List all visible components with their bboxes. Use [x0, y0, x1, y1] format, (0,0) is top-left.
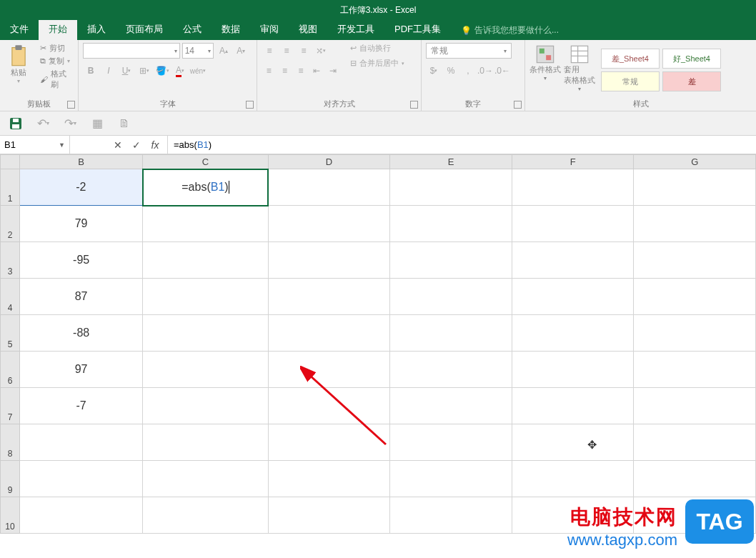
wrap-text-button[interactable]: ↩自动换行: [350, 43, 404, 54]
font-size-combo[interactable]: 14▾: [182, 43, 214, 59]
cut-button[interactable]: ✂剪切: [40, 43, 74, 54]
save-button[interactable]: [7, 115, 24, 132]
qat-button-2[interactable]: 🗎: [116, 115, 133, 132]
cell-B6[interactable]: 97: [20, 352, 143, 388]
align-middle-button[interactable]: ≡: [279, 43, 294, 59]
tell-me-search[interactable]: 💡 告诉我您想要做什么...: [461, 24, 559, 40]
row-header-3[interactable]: 3: [1, 242, 20, 279]
tab-insert[interactable]: 插入: [77, 19, 116, 40]
cell-B2[interactable]: 79: [20, 206, 143, 242]
name-box[interactable]: B1 ▼: [0, 136, 70, 154]
cell-D1[interactable]: [268, 169, 390, 206]
col-header-F[interactable]: F: [512, 155, 634, 169]
cell-C2[interactable]: [143, 206, 268, 242]
style-bad[interactable]: 差: [662, 71, 721, 91]
border-button[interactable]: ⊞▾: [136, 63, 152, 79]
select-all-corner[interactable]: [1, 155, 20, 169]
group-font-label: 字体: [83, 97, 252, 110]
style-bad-sheet4[interactable]: 差_Sheet4: [601, 49, 660, 69]
decrease-indent-button[interactable]: ⇤: [309, 63, 324, 79]
row-header-10[interactable]: 10: [1, 497, 20, 534]
dialog-launcher-icon[interactable]: [67, 101, 75, 109]
align-center-button[interactable]: ≡: [277, 63, 292, 79]
percent-button[interactable]: %: [443, 63, 459, 79]
undo-button[interactable]: ↶▾: [34, 115, 51, 132]
row-header-5[interactable]: 5: [1, 315, 20, 352]
col-header-G[interactable]: G: [634, 155, 756, 169]
row-header-7[interactable]: 7: [1, 388, 20, 424]
decrease-decimal-button[interactable]: .0←: [494, 63, 510, 79]
cell-G1[interactable]: [634, 169, 756, 206]
row-header-4[interactable]: 4: [1, 279, 20, 315]
cancel-formula-button[interactable]: ✕: [109, 139, 127, 151]
dialog-launcher-icon[interactable]: [410, 101, 418, 109]
tab-view[interactable]: 视图: [289, 19, 327, 40]
underline-button[interactable]: U▾: [119, 63, 134, 79]
phonetic-button[interactable]: wén▾: [190, 63, 206, 79]
align-left-button[interactable]: ≡: [262, 63, 276, 79]
fill-color-button[interactable]: 🪣▾: [154, 63, 170, 79]
align-top-button[interactable]: ≡: [262, 43, 277, 59]
cell-F1[interactable]: [512, 169, 634, 206]
worksheet-grid[interactable]: B C D E F G 1 -2 =abs(B1) 279 3-95 487 5…: [0, 154, 756, 540]
tab-developer[interactable]: 开发工具: [327, 19, 384, 40]
accounting-button[interactable]: $▾: [426, 63, 442, 79]
align-right-button[interactable]: ≡: [294, 63, 308, 79]
tab-pdf[interactable]: PDF工具集: [384, 19, 451, 40]
orientation-button[interactable]: ⤭▾: [313, 43, 329, 59]
insert-function-button[interactable]: fx: [146, 139, 164, 151]
col-header-C[interactable]: C: [143, 155, 268, 169]
merge-center-button[interactable]: ⊟合并后居中▾: [350, 58, 404, 69]
number-format-combo[interactable]: 常规▾: [426, 43, 512, 59]
style-good-sheet4[interactable]: 好_Sheet4: [662, 49, 721, 69]
dropdown-icon[interactable]: ▼: [59, 141, 65, 149]
cell-E1[interactable]: [390, 169, 512, 206]
comma-button[interactable]: ,: [460, 63, 476, 79]
cell-B3[interactable]: -95: [20, 242, 143, 279]
tab-file[interactable]: 文件: [0, 19, 39, 40]
align-bottom-button[interactable]: ≡: [296, 43, 312, 59]
col-header-B[interactable]: B: [20, 155, 143, 169]
tab-layout[interactable]: 页面布局: [116, 19, 173, 40]
copy-button[interactable]: ⧉复制▾: [40, 56, 74, 66]
tab-data[interactable]: 数据: [212, 19, 250, 40]
row-header-8[interactable]: 8: [1, 424, 20, 461]
qat-button-1[interactable]: ▦: [89, 115, 106, 132]
cell-C1[interactable]: =abs(B1): [143, 169, 268, 206]
svg-rect-10: [12, 124, 19, 129]
style-normal[interactable]: 常规: [601, 71, 660, 91]
wrap-icon: ↩: [350, 44, 357, 53]
dialog-launcher-icon[interactable]: [246, 101, 254, 109]
row-header-2[interactable]: 2: [1, 206, 20, 242]
increase-decimal-button[interactable]: .0→: [477, 63, 493, 79]
formula-input[interactable]: =abs(B1): [168, 136, 756, 154]
paste-button[interactable]: 粘贴 ▾: [4, 43, 33, 97]
tab-formulas[interactable]: 公式: [173, 19, 212, 40]
conditional-formatting-button[interactable]: 条件格式▾: [529, 43, 561, 97]
col-header-D[interactable]: D: [268, 155, 390, 169]
cell-B1[interactable]: -2: [20, 169, 143, 206]
cell-B5[interactable]: -88: [20, 315, 143, 352]
format-painter-button[interactable]: 🖌格式刷: [40, 69, 74, 90]
tab-home[interactable]: 开始: [39, 19, 77, 40]
bold-button[interactable]: B: [83, 63, 99, 79]
increase-indent-button[interactable]: ⇥: [326, 63, 340, 79]
cell-B7[interactable]: -7: [20, 388, 143, 424]
font-color-button[interactable]: A▾: [172, 63, 188, 79]
font-name-combo[interactable]: ▾: [83, 43, 180, 59]
cell-B4[interactable]: 87: [20, 279, 143, 315]
redo-button[interactable]: ↷▾: [61, 115, 79, 132]
decrease-font-button[interactable]: A▾: [234, 43, 249, 59]
row-header-9[interactable]: 9: [1, 461, 20, 497]
italic-button[interactable]: I: [101, 63, 116, 79]
row-header-1[interactable]: 1: [1, 169, 20, 206]
format-as-table-button[interactable]: 套用 表格格式▾: [564, 43, 595, 97]
row-header-6[interactable]: 6: [1, 352, 20, 388]
tab-review[interactable]: 审阅: [250, 19, 289, 40]
cell-styles-gallery[interactable]: 差_Sheet4 好_Sheet4 常规 差: [601, 43, 721, 97]
increase-font-button[interactable]: A▴: [216, 43, 231, 59]
col-header-E[interactable]: E: [390, 155, 512, 169]
dialog-launcher-icon[interactable]: [514, 101, 522, 109]
enter-formula-button[interactable]: ✓: [127, 139, 146, 151]
cond-format-icon: [535, 44, 555, 64]
